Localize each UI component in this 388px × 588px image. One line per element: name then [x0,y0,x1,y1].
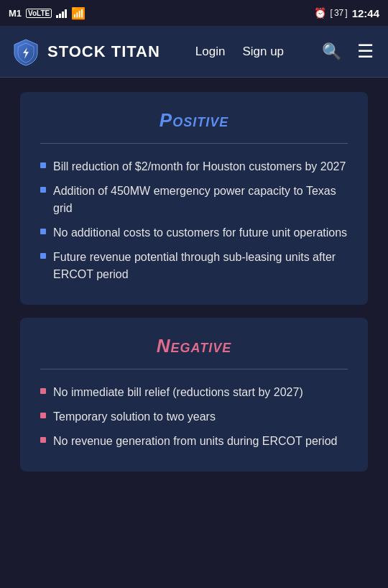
negative-item-1: No immediate bill relief (reductions sta… [53,384,348,401]
logo-icon [11,37,40,66]
negative-card: Negative No immediate bill relief (reduc… [20,318,368,472]
negative-list: No immediate bill relief (reductions sta… [40,384,348,450]
search-button[interactable]: 🔍 [319,40,344,64]
logo-text: STOCK TITAN [47,42,160,61]
positive-list: Bill reduction of $2/month for Houston c… [40,158,348,283]
signal-icon [56,8,67,18]
positive-item-1: Bill reduction of $2/month for Houston c… [53,158,348,175]
bullet-marker [40,229,46,234]
positive-item-4: Future revenue potential through sub-lea… [53,249,348,283]
login-link[interactable]: Login [188,40,233,63]
search-icon: 🔍 [322,42,341,61]
time-display: 12:44 [352,7,379,19]
status-bar: M1 VoLTE 📶 ⏰ [37] 12:44 [0,0,388,26]
negative-item-2: Temporary solution to two years [53,408,348,426]
bullet-marker [40,413,46,418]
carrier-text: M1 [9,8,22,19]
bullet-marker [40,437,46,443]
positive-divider [40,143,348,144]
list-item: No revenue generation from units during … [40,433,348,450]
list-item: Temporary solution to two years [40,408,348,426]
list-item: No additional costs to customers for fut… [40,224,348,242]
alarm-icon: ⏰ [314,7,326,19]
positive-item-3: No additional costs to customers for fut… [53,224,348,242]
list-item: Future revenue potential through sub-lea… [40,249,348,283]
status-carrier: M1 VoLTE 📶 [9,6,86,20]
positive-card: Positive Bill reduction of $2/month for … [20,92,368,305]
volte-badge: VoLTE [26,9,52,18]
bullet-marker [40,162,46,168]
main-content: Positive Bill reduction of $2/month for … [0,78,388,486]
positive-item-2: Addition of 450MW emergency power capaci… [53,183,348,217]
nav-links: Login Sign up [188,40,291,63]
menu-button[interactable]: ☰ [354,37,377,65]
status-right: ⏰ [37] 12:44 [314,7,379,19]
bullet-marker [40,388,46,394]
list-item: Addition of 450MW emergency power capaci… [40,183,348,217]
positive-title: Positive [40,109,348,132]
menu-icon: ☰ [357,40,374,63]
wifi-icon: 📶 [71,6,86,20]
negative-item-3: No revenue generation from units during … [53,433,348,450]
negative-title: Negative [40,335,348,357]
header: STOCK TITAN Login Sign up 🔍 ☰ [0,26,388,78]
negative-divider [40,369,348,369]
list-item: Bill reduction of $2/month for Houston c… [40,158,348,175]
signup-link[interactable]: Sign up [235,40,291,63]
logo: STOCK TITAN [11,37,160,66]
battery-icon: [37] [331,8,348,18]
bullet-marker [40,187,46,193]
bullet-marker [40,253,46,259]
list-item: No immediate bill relief (reductions sta… [40,384,348,401]
nav-icons: 🔍 ☰ [319,37,377,65]
